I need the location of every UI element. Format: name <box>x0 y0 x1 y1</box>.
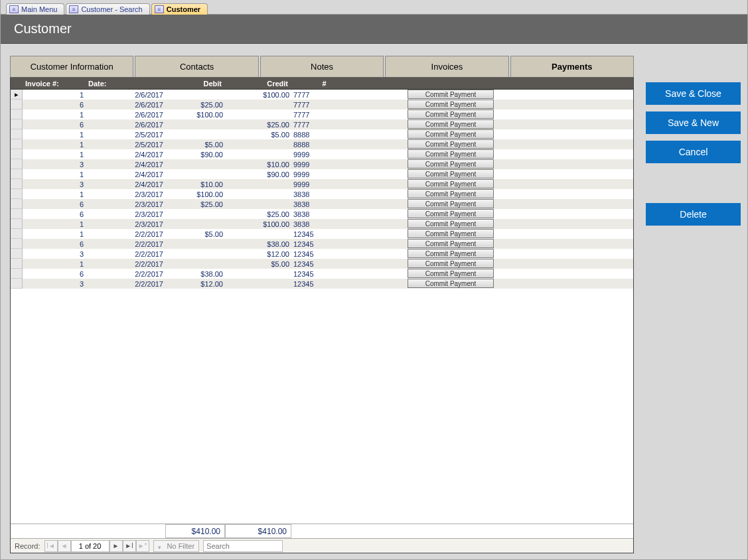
sub-tab-contacts[interactable]: Contacts <box>135 56 258 77</box>
cell-invoice[interactable]: 1 <box>23 189 86 199</box>
delete-button[interactable]: Delete <box>646 203 741 226</box>
cell-debit[interactable] <box>165 259 225 269</box>
cell-date[interactable]: 2/2/2017 <box>86 229 165 239</box>
cell-invoice[interactable]: 1 <box>23 149 86 159</box>
cell-date[interactable]: 2/4/2017 <box>86 179 165 189</box>
cell-number[interactable]: 12345 <box>291 279 358 289</box>
cell-number[interactable]: 7777 <box>291 109 358 119</box>
cell-date[interactable]: 2/4/2017 <box>86 149 165 159</box>
cell-number[interactable]: 12345 <box>291 239 358 249</box>
row-selector[interactable] <box>11 139 23 149</box>
commit-payment-button[interactable]: Commit Payment <box>408 279 494 288</box>
cell-invoice[interactable]: 3 <box>23 159 86 169</box>
table-row[interactable]: 12/6/2017$100.007777Commit Payment <box>11 109 633 119</box>
row-selector[interactable] <box>11 109 23 119</box>
table-row[interactable]: 32/4/2017$10.009999Commit Payment <box>11 179 633 189</box>
table-row[interactable]: 62/6/2017$25.007777Commit Payment <box>11 100 633 109</box>
cell-debit[interactable]: $12.00 <box>165 279 225 289</box>
cell-credit[interactable] <box>225 189 291 199</box>
cell-date[interactable]: 2/2/2017 <box>86 269 165 279</box>
search-input[interactable] <box>203 540 283 552</box>
cell-number[interactable]: 9999 <box>291 149 358 159</box>
table-row[interactable]: 12/4/2017$90.009999Commit Payment <box>11 169 633 179</box>
row-selector[interactable] <box>11 249 23 259</box>
sub-tab-notes[interactable]: Notes <box>260 56 384 77</box>
cell-debit[interactable] <box>165 169 225 179</box>
cell-number[interactable]: 3838 <box>291 209 358 219</box>
commit-payment-button[interactable]: Commit Payment <box>408 199 494 208</box>
cell-debit[interactable] <box>165 129 225 139</box>
cell-debit[interactable] <box>165 239 225 249</box>
row-selector[interactable] <box>11 219 23 229</box>
nav-first-button[interactable]: I◄ <box>44 540 58 552</box>
cell-invoice[interactable]: 6 <box>23 239 86 249</box>
sub-tab-customer-information[interactable]: Customer Information <box>10 56 133 77</box>
cell-date[interactable]: 2/3/2017 <box>86 219 165 229</box>
commit-payment-button[interactable]: Commit Payment <box>408 90 494 99</box>
window-tab-customer-search[interactable]: Customer - Search <box>66 3 149 15</box>
table-row[interactable]: ▸12/6/2017$100.007777Commit Payment <box>11 90 633 100</box>
table-row[interactable]: 32/2/2017$12.0012345Commit Payment <box>11 249 633 259</box>
cell-date[interactable]: 2/6/2017 <box>86 119 165 129</box>
cell-invoice[interactable]: 1 <box>23 169 86 179</box>
row-selector[interactable] <box>11 179 23 189</box>
cell-debit[interactable]: $10.00 <box>165 179 225 189</box>
cell-debit[interactable]: $90.00 <box>165 149 225 159</box>
table-row[interactable]: 12/4/2017$90.009999Commit Payment <box>11 149 633 159</box>
cancel-button[interactable]: Cancel <box>646 141 741 163</box>
cell-number[interactable]: 7777 <box>291 90 358 100</box>
row-selector[interactable] <box>11 239 23 249</box>
cell-number[interactable]: 3838 <box>291 189 358 199</box>
col-credit[interactable]: Credit <box>225 78 291 89</box>
row-selector[interactable] <box>11 209 23 219</box>
commit-payment-button[interactable]: Commit Payment <box>408 209 494 218</box>
row-selector[interactable] <box>11 169 23 179</box>
commit-payment-button[interactable]: Commit Payment <box>408 139 494 149</box>
cell-debit[interactable]: $5.00 <box>165 229 225 239</box>
table-row[interactable]: 62/2/2017$38.0012345Commit Payment <box>11 269 633 279</box>
cell-number[interactable]: 8888 <box>291 129 358 139</box>
cell-invoice[interactable]: 6 <box>23 199 86 209</box>
cell-invoice[interactable]: 1 <box>23 219 86 229</box>
table-row[interactable]: 12/3/2017$100.003838Commit Payment <box>11 189 633 199</box>
cell-date[interactable]: 2/3/2017 <box>86 209 165 219</box>
table-row[interactable]: 12/2/2017$5.0012345Commit Payment <box>11 259 633 269</box>
cell-number[interactable]: 9999 <box>291 159 358 169</box>
commit-payment-button[interactable]: Commit Payment <box>408 269 494 278</box>
record-position-input[interactable] <box>71 540 110 552</box>
commit-payment-button[interactable]: Commit Payment <box>408 179 494 188</box>
cell-credit[interactable]: $5.00 <box>225 129 291 139</box>
window-tab-main-menu[interactable]: Main Menu <box>6 3 64 15</box>
cell-debit[interactable] <box>165 249 225 259</box>
cell-credit[interactable] <box>225 199 291 209</box>
commit-payment-button[interactable]: Commit Payment <box>408 100 494 109</box>
cell-credit[interactable] <box>225 139 291 149</box>
cell-invoice[interactable]: 1 <box>23 139 86 149</box>
cell-debit[interactable] <box>165 90 225 100</box>
row-selector[interactable] <box>11 189 23 199</box>
cell-credit[interactable]: $5.00 <box>225 259 291 269</box>
cell-debit[interactable]: $100.00 <box>165 189 225 199</box>
table-row[interactable]: 12/2/2017$5.0012345Commit Payment <box>11 229 633 239</box>
row-selector[interactable] <box>11 259 23 269</box>
cell-credit[interactable]: $38.00 <box>225 239 291 249</box>
commit-payment-button[interactable]: Commit Payment <box>408 129 494 139</box>
cell-invoice[interactable]: 3 <box>23 179 86 189</box>
commit-payment-button[interactable]: Commit Payment <box>408 159 494 169</box>
window-tab-customer[interactable]: Customer <box>151 3 208 15</box>
commit-payment-button[interactable]: Commit Payment <box>408 239 494 248</box>
row-selector[interactable] <box>11 199 23 209</box>
cell-date[interactable]: 2/3/2017 <box>86 199 165 209</box>
cell-invoice[interactable]: 1 <box>23 109 86 119</box>
col-invoice[interactable]: Invoice #: <box>23 78 86 89</box>
cell-date[interactable]: 2/6/2017 <box>86 100 165 109</box>
cell-credit[interactable]: $100.00 <box>225 90 291 100</box>
table-row[interactable]: 62/2/2017$38.0012345Commit Payment <box>11 239 633 249</box>
col-debit[interactable]: Debit <box>165 78 225 89</box>
table-row[interactable]: 62/3/2017$25.003838Commit Payment <box>11 199 633 209</box>
cell-number[interactable]: 8888 <box>291 139 358 149</box>
cell-credit[interactable] <box>225 279 291 289</box>
cell-invoice[interactable]: 1 <box>23 90 86 100</box>
commit-payment-button[interactable]: Commit Payment <box>408 249 494 258</box>
save-new-button[interactable]: Save & New <box>646 111 741 134</box>
